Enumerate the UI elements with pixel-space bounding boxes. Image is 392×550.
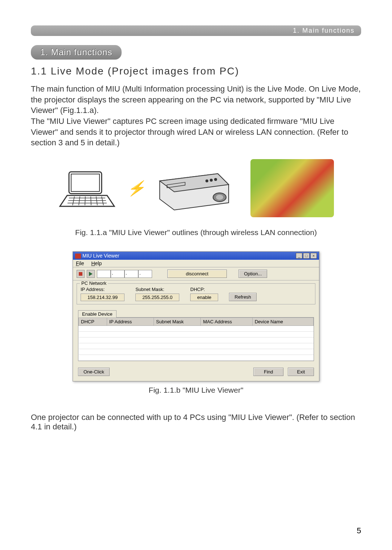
col-mac[interactable]: MAC Address	[201, 318, 252, 326]
svg-point-14	[210, 179, 213, 182]
pc-network-fieldset: PC Network IP Address: 158.214.32.99 Sub…	[77, 283, 315, 304]
section-pill: 1. Main functions	[31, 45, 122, 60]
body-paragraph: The main function of MIU (Multi Informat…	[31, 84, 361, 148]
play-button[interactable]	[87, 270, 95, 278]
oneclick-button[interactable]: One-Click	[78, 368, 110, 376]
subsection-title: 1.1 Live Mode (Project images from PC)	[31, 65, 361, 77]
close-button[interactable]: ×	[310, 253, 317, 259]
svg-rect-1	[71, 174, 99, 191]
app-icon	[75, 254, 81, 259]
titlebar: MIU Live Viewer _ □ ×	[73, 252, 319, 260]
table-row	[79, 332, 314, 337]
menu-help[interactable]: Help	[91, 260, 102, 266]
app-window: MIU Live Viewer _ □ × File Help ... disc…	[73, 251, 319, 381]
disconnect-button[interactable]: disconnect	[167, 270, 227, 278]
subnet-value: 255.255.255.0	[135, 294, 179, 301]
col-ip[interactable]: IP Address	[107, 318, 154, 326]
footer-paragraph: One projector can be connected with up t…	[31, 413, 361, 432]
projection-image	[250, 159, 334, 217]
device-table: DHCP IP Address Subnet Mask MAC Address …	[78, 317, 314, 361]
table-row	[79, 337, 314, 343]
laptop-icon	[58, 168, 116, 208]
svg-point-12	[216, 195, 223, 200]
svg-rect-0	[69, 172, 102, 194]
lightning-icon: ⚡	[127, 180, 145, 197]
stop-button[interactable]	[77, 270, 85, 278]
ip-label: IP Address:	[81, 287, 124, 292]
header-breadcrumb: 1. Main functions	[31, 25, 361, 36]
figure-caption-b: Fig. 1.1.b "MIU Live Viewer"	[31, 386, 361, 395]
subnet-label: Subnet Mask:	[135, 287, 179, 292]
figure-diagram: ⚡	[31, 159, 361, 217]
dhcp-label: DHCP:	[190, 287, 218, 292]
ip-value: 158.214.32.99	[81, 294, 124, 301]
window-title: MIU Live Viewer	[82, 253, 119, 259]
tab-enable-device[interactable]: Enable Device	[78, 310, 117, 318]
refresh-button[interactable]: Refresh	[229, 293, 257, 301]
menubar: File Help	[73, 260, 319, 267]
option-button[interactable]: Option...	[238, 270, 267, 278]
table-row	[79, 349, 314, 355]
minimize-button[interactable]: _	[296, 253, 302, 259]
fieldset-legend: PC Network	[80, 280, 108, 286]
table-row	[79, 326, 314, 332]
exit-button[interactable]: Exit	[288, 368, 314, 376]
toolbar: ... disconnect Option...	[73, 267, 319, 280]
table-row	[79, 343, 314, 349]
col-dhcp[interactable]: DHCP	[79, 318, 107, 326]
dhcp-value: enable	[190, 294, 218, 301]
maximize-button[interactable]: □	[303, 253, 310, 259]
figure-caption-a: Fig. 1.1.a "MIU Live Viewer" outlines (t…	[31, 228, 361, 237]
menu-file[interactable]: File	[76, 260, 84, 266]
svg-line-7	[85, 197, 85, 205]
find-button[interactable]: Find	[253, 368, 283, 376]
ip-input-group[interactable]: ...	[97, 270, 152, 278]
svg-point-13	[205, 179, 208, 182]
svg-point-15	[214, 178, 217, 181]
projector-icon	[156, 163, 240, 214]
col-name[interactable]: Device Name	[252, 318, 313, 326]
table-row	[79, 355, 314, 361]
col-subnet[interactable]: Subnet Mask	[154, 318, 201, 326]
svg-line-8	[91, 197, 91, 205]
page-number: 5	[357, 526, 361, 535]
